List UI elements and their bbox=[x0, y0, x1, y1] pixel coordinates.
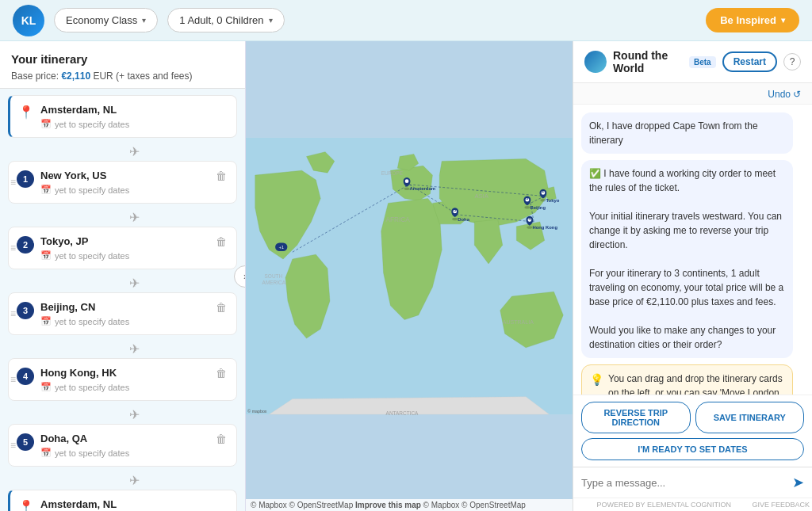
main-content: Your itinerary Base price: €2,110 EUR (+… bbox=[0, 41, 812, 511]
city-name: Amsterdam, NL bbox=[40, 104, 228, 116]
svg-text:Tokyo: Tokyo bbox=[546, 198, 559, 203]
base-price: Base price: €2,110 EUR (+ taxes and fees… bbox=[11, 71, 234, 82]
svg-text:ASIA: ASIA bbox=[474, 193, 488, 200]
svg-text:AFRICA: AFRICA bbox=[386, 216, 411, 223]
svg-text:Doha: Doha bbox=[458, 217, 469, 222]
calendar-icon: 📅 bbox=[40, 382, 52, 392]
calendar-icon: 📅 bbox=[40, 119, 52, 129]
chat-avatar bbox=[584, 51, 607, 73]
base-price-label: Base price: bbox=[11, 71, 59, 82]
city-name: Beijing, CN bbox=[40, 301, 208, 313]
delete-city-button[interactable]: 🗑 bbox=[214, 301, 228, 314]
chat-input[interactable] bbox=[581, 477, 786, 489]
base-price-currency: EUR (+ taxes and fees) bbox=[93, 71, 192, 82]
base-price-value: €2,110 bbox=[61, 71, 90, 82]
be-inspired-label: Be Inspired bbox=[720, 14, 776, 26]
svg-point-19 bbox=[540, 199, 546, 202]
city-name: Hong Kong, HK bbox=[40, 367, 208, 379]
set-dates-button[interactable]: I'M READY TO SET DATES bbox=[581, 438, 804, 460]
svg-text:Amsterdam: Amsterdam bbox=[410, 186, 435, 191]
map-area[interactable]: AFRICA ASIA SOUTH AMERICA AUSTRALIA EURO… bbox=[246, 41, 573, 511]
map-footer: © Mapbox © OpenStreetMap Improve this ma… bbox=[246, 499, 573, 511]
chat-input-area: ➤ bbox=[573, 467, 812, 498]
svg-text:5: 5 bbox=[454, 208, 456, 212]
restart-button[interactable]: Restart bbox=[722, 51, 777, 72]
location-pin-icon: 📍 bbox=[18, 499, 34, 511]
city-info: Amsterdam, NL 📅 yet to specify dates bbox=[40, 104, 228, 129]
drag-handle-icon[interactable]: ≡ bbox=[10, 177, 16, 188]
city-date: 📅 yet to specify dates bbox=[40, 382, 208, 392]
be-inspired-button[interactable]: Be Inspired ▾ bbox=[706, 8, 799, 32]
city-badge: 3 bbox=[17, 302, 34, 319]
delete-city-button[interactable]: 🗑 bbox=[214, 433, 228, 445]
calendar-icon: 📅 bbox=[40, 448, 52, 458]
chevron-down-icon: ▾ bbox=[269, 16, 273, 25]
powered-by-label: POWERED BY ELEMENTAL COGNITION bbox=[597, 501, 731, 509]
undo-icon: ↺ bbox=[793, 89, 801, 100]
help-button[interactable]: ? bbox=[783, 53, 801, 71]
calendar-icon: 📅 bbox=[40, 316, 52, 326]
chat-title: Round the World bbox=[613, 49, 683, 74]
city-badge: 4 bbox=[17, 368, 34, 385]
svg-text:EUROPE: EUROPE bbox=[381, 170, 404, 176]
undo-link[interactable]: Undo ↺ bbox=[768, 89, 801, 100]
svg-text:Hong Kong: Hong Kong bbox=[532, 225, 557, 230]
save-itinerary-button[interactable]: SAVE ITINERARY bbox=[695, 402, 805, 433]
drag-handle-icon[interactable]: ≡ bbox=[10, 440, 16, 451]
svg-point-14 bbox=[404, 187, 410, 190]
header: KL Economy Class ▾ 1 Adult, 0 Children ▾… bbox=[0, 0, 812, 41]
chevron-down-icon: ▾ bbox=[781, 16, 785, 25]
list-item: ≡ 3 Beijing, CN 📅 yet to specify dates 🗑 bbox=[8, 292, 237, 335]
action-row: REVERSE TRIP DIRECTION SAVE ITINERARY bbox=[581, 402, 804, 433]
send-button[interactable]: ➤ bbox=[792, 474, 804, 491]
class-selector-button[interactable]: Economy Class ▾ bbox=[54, 8, 158, 32]
chat-message: Ok, I have dropped Cape Town from the it… bbox=[581, 112, 793, 154]
give-feedback-link[interactable]: GIVE FEEDBACK bbox=[752, 501, 810, 509]
city-date: 📅 yet to specify dates bbox=[40, 316, 208, 326]
beta-badge: Beta bbox=[689, 56, 716, 68]
svg-text:3: 3 bbox=[527, 196, 529, 200]
list-item: ≡ 2 Tokyo, JP 📅 yet to specify dates 🗑 bbox=[8, 227, 237, 269]
city-name: New York, US bbox=[40, 170, 208, 181]
drag-handle-icon[interactable]: ≡ bbox=[10, 374, 16, 385]
city-info: Amsterdam, NL bbox=[40, 498, 228, 510]
chevron-down-icon: ▾ bbox=[142, 16, 146, 25]
drag-handle-icon[interactable]: ≡ bbox=[10, 242, 16, 254]
city-info: Doha, QA 📅 yet to specify dates bbox=[40, 433, 208, 458]
svg-point-27 bbox=[527, 226, 532, 229]
powered-by-bar: POWERED BY ELEMENTAL COGNITION GIVE FEED… bbox=[573, 498, 812, 511]
drag-handle-icon[interactable]: ≡ bbox=[10, 308, 16, 319]
city-name: Tokyo, JP bbox=[40, 235, 208, 247]
chat-action-buttons: REVERSE TRIP DIRECTION SAVE ITINERARY I'… bbox=[573, 395, 812, 467]
flight-connector: ✈ bbox=[8, 471, 237, 490]
city-badge: 5 bbox=[17, 433, 34, 451]
passengers-label: 1 Adult, 0 Children bbox=[179, 14, 263, 26]
svg-text:2: 2 bbox=[542, 189, 545, 193]
delete-city-button[interactable]: 🗑 bbox=[214, 235, 228, 248]
logo: KL bbox=[13, 5, 44, 36]
undo-label: Undo bbox=[768, 89, 791, 100]
list-item: ≡ 1 New York, US 📅 yet to specify dates … bbox=[8, 161, 237, 204]
list-item: ≡ 5 Doha, QA 📅 yet to specify dates 🗑 bbox=[8, 424, 237, 467]
svg-text:© mapbox: © mapbox bbox=[247, 409, 267, 414]
svg-text:AMERICA: AMERICA bbox=[262, 280, 286, 285]
flight-connector: ✈ bbox=[8, 274, 237, 292]
city-info: Hong Kong, HK 📅 yet to specify dates bbox=[40, 367, 208, 392]
flight-connector: ✈ bbox=[8, 406, 237, 424]
city-date: 📅 yet to specify dates bbox=[40, 119, 228, 129]
delete-city-button[interactable]: 🗑 bbox=[214, 170, 228, 182]
class-selector-label: Economy Class bbox=[66, 14, 137, 26]
chat-panel: Round the World Beta Restart ? Undo ↺ Ok… bbox=[573, 41, 812, 511]
city-badge: 1 bbox=[17, 170, 34, 188]
list-item: 📍 Amsterdam, NL 📅 yet to specify dates bbox=[8, 95, 237, 138]
calendar-icon: 📅 bbox=[40, 185, 52, 195]
delete-city-button[interactable]: 🗑 bbox=[214, 367, 228, 379]
city-name: Doha, QA bbox=[40, 433, 208, 444]
passengers-button[interactable]: 1 Adult, 0 Children ▾ bbox=[167, 8, 284, 32]
svg-text:+1: +1 bbox=[278, 245, 284, 250]
reverse-trip-button[interactable]: REVERSE TRIP DIRECTION bbox=[581, 402, 691, 433]
world-map: AFRICA ASIA SOUTH AMERICA AUSTRALIA EURO… bbox=[246, 41, 573, 511]
svg-text:SOUTH: SOUTH bbox=[265, 273, 283, 279]
itinerary-panel: Your itinerary Base price: €2,110 EUR (+… bbox=[0, 41, 246, 511]
location-pin-icon: 📍 bbox=[18, 105, 34, 120]
